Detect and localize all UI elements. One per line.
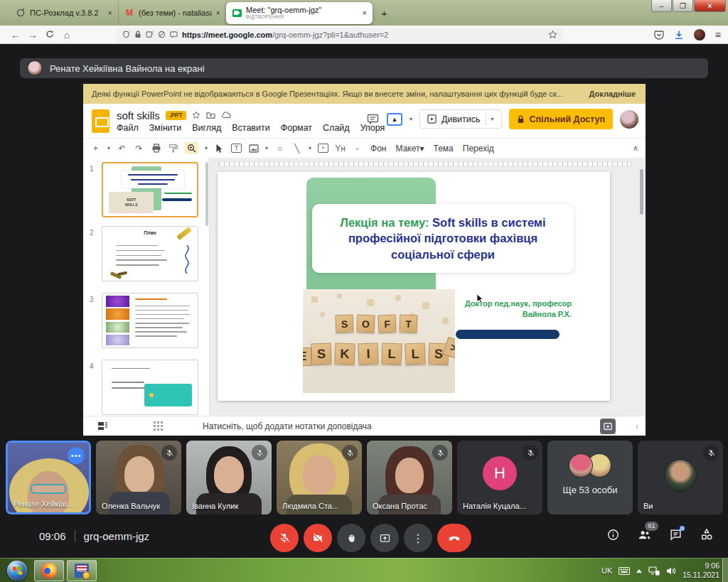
line-caret[interactable]: ▾ bbox=[309, 145, 311, 151]
slide-author-text[interactable]: Доктор пед.наук, професор Вайнола Р.Х. bbox=[452, 298, 572, 320]
camera-toggle-button[interactable] bbox=[304, 524, 332, 552]
slide-title-box[interactable]: Лекція на тему: Soft skills в системі пр… bbox=[312, 204, 574, 273]
slide-thumbnail-2[interactable]: План bbox=[102, 226, 198, 281]
container-icon[interactable]: 2 bbox=[146, 31, 154, 38]
shape-icon[interactable]: ○ bbox=[274, 142, 285, 154]
slides-logo-icon[interactable] bbox=[92, 109, 109, 133]
download-icon[interactable] bbox=[674, 30, 684, 40]
new-slide-caret[interactable]: ▾ bbox=[107, 145, 110, 151]
participant-tile[interactable]: Оленка Вальчук bbox=[96, 441, 181, 514]
layout-button[interactable]: Макет▾ bbox=[395, 144, 426, 153]
network-icon[interactable] bbox=[648, 566, 660, 576]
taskbar-firefox-button[interactable] bbox=[34, 560, 64, 581]
meeting-details-button[interactable] bbox=[606, 528, 620, 541]
participant-tile[interactable]: ••• Ренате Хейкіїв... bbox=[6, 441, 91, 514]
document-title[interactable]: soft skills bbox=[117, 109, 160, 122]
participants-button[interactable]: 61 bbox=[637, 528, 652, 541]
account-avatar[interactable] bbox=[620, 110, 638, 129]
grid-view-icon[interactable] bbox=[154, 421, 163, 431]
new-slide-icon[interactable]: + bbox=[90, 142, 101, 154]
activities-button[interactable] bbox=[700, 527, 714, 541]
close-button[interactable]: × bbox=[694, 0, 726, 12]
mic-toggle-button[interactable] bbox=[270, 524, 299, 552]
participant-tile[interactable]: Оксана Протас bbox=[367, 441, 452, 514]
minimize-button[interactable]: – bbox=[651, 0, 672, 12]
star-document-icon[interactable] bbox=[192, 111, 200, 119]
tab-close-icon[interactable]: × bbox=[108, 9, 112, 17]
shield-icon[interactable] bbox=[122, 31, 130, 38]
start-button[interactable] bbox=[7, 561, 27, 581]
tab-close-icon[interactable]: × bbox=[363, 9, 367, 17]
participant-tile[interactable]: Іванна Кулик bbox=[186, 441, 272, 514]
toolbar-minus-icon[interactable]: - bbox=[352, 142, 363, 154]
menu-view[interactable]: Вигляд bbox=[192, 123, 221, 133]
tracking-protection-icon[interactable] bbox=[158, 31, 166, 38]
collapse-notes-icon[interactable]: ‹ bbox=[636, 421, 638, 431]
thumbnail-scrollbar[interactable] bbox=[205, 162, 208, 226]
forward-icon[interactable]: → bbox=[24, 29, 41, 41]
slide-thumbnail-3[interactable] bbox=[102, 293, 198, 348]
undo-icon[interactable]: ↶ bbox=[117, 142, 127, 154]
participant-tile[interactable]: Людмила Ста... bbox=[277, 441, 362, 514]
tile-more-options-button[interactable]: ••• bbox=[68, 447, 85, 464]
menu-slide[interactable]: Слайд bbox=[323, 123, 350, 133]
print-icon[interactable] bbox=[151, 142, 161, 154]
transition-button[interactable]: Перехід bbox=[461, 144, 496, 153]
pocket-icon[interactable] bbox=[654, 30, 664, 40]
chat-button[interactable] bbox=[669, 528, 682, 541]
image-caret[interactable]: ▾ bbox=[265, 145, 268, 151]
slide-navy-bar[interactable] bbox=[456, 330, 560, 339]
insert-placeholder-icon[interactable]: + bbox=[318, 144, 328, 153]
browser-profile-avatar[interactable] bbox=[694, 29, 705, 41]
filmstrip-view-icon[interactable] bbox=[97, 421, 108, 431]
menu-insert[interactable]: Вставити bbox=[232, 123, 269, 133]
more-options-button[interactable]: ⋮ bbox=[404, 524, 432, 552]
line-icon[interactable]: ╲ bbox=[291, 142, 302, 154]
taskbar-app-button[interactable] bbox=[67, 560, 97, 581]
hamburger-menu-icon[interactable]: ≡ bbox=[715, 29, 721, 41]
watch-button[interactable]: Дивитись ▾ bbox=[419, 109, 502, 129]
cloud-status-icon[interactable] bbox=[221, 112, 231, 119]
reload-icon[interactable] bbox=[41, 29, 58, 41]
collapse-toolbar-icon[interactable]: ∧ bbox=[633, 144, 638, 153]
present-notes-button[interactable] bbox=[600, 419, 616, 434]
soft-skills-photo[interactable]: SOFT SKILLS E > bbox=[303, 289, 455, 393]
language-indicator[interactable]: UK bbox=[601, 566, 612, 575]
insert-image-icon[interactable] bbox=[248, 142, 259, 154]
move-folder-icon[interactable] bbox=[206, 112, 215, 119]
raise-hand-button[interactable] bbox=[337, 524, 365, 552]
bookmark-star-icon[interactable] bbox=[548, 30, 557, 39]
menu-edit[interactable]: Змінити bbox=[149, 123, 182, 133]
select-cursor-icon[interactable] bbox=[214, 142, 225, 154]
watch-caret[interactable]: ▾ bbox=[491, 116, 494, 122]
url-bar[interactable]: 2 https://meet.google.com/grq-oemm-jgz?p… bbox=[117, 28, 563, 42]
clock[interactable]: 9:06 15.11.2021 bbox=[682, 561, 719, 580]
current-slide[interactable]: Лекція на тему: Soft skills в системі пр… bbox=[218, 172, 610, 401]
end-call-button[interactable] bbox=[437, 524, 471, 552]
new-tab-button[interactable]: + bbox=[381, 7, 387, 19]
slide-thumbnail-1[interactable]: SOFTSKILLS bbox=[102, 162, 198, 217]
volume-icon[interactable] bbox=[666, 566, 676, 576]
text-box-icon[interactable]: T bbox=[231, 144, 242, 153]
notes-placeholder[interactable]: Натисніть, щоб додати нотатки доповідача bbox=[203, 421, 372, 431]
share-access-button[interactable]: Спільний Доступ bbox=[509, 109, 613, 129]
comment-history-icon[interactable] bbox=[367, 114, 380, 125]
learn-more-link[interactable]: Докладніше bbox=[589, 90, 637, 98]
word-art-icon[interactable]: Yн bbox=[335, 142, 346, 154]
menu-format[interactable]: Формат bbox=[281, 123, 312, 133]
show-desktop-button[interactable] bbox=[722, 559, 728, 582]
canvas-scrollbar[interactable] bbox=[640, 169, 643, 215]
tab-gmail[interactable]: M (без теми) - nataliasabat12@g × bbox=[118, 2, 226, 23]
back-icon[interactable]: ← bbox=[7, 29, 24, 41]
present-screen-button[interactable] bbox=[370, 524, 399, 552]
background-button[interactable]: Фон bbox=[369, 144, 387, 153]
permissions-icon[interactable] bbox=[170, 31, 178, 38]
overflow-participants-tile[interactable]: Ще 53 особи bbox=[547, 441, 633, 514]
hidden-icons-arrow[interactable] bbox=[636, 569, 642, 573]
theme-button[interactable]: Тема bbox=[432, 144, 454, 153]
self-tile[interactable]: Ви bbox=[638, 441, 723, 514]
zoom-icon[interactable] bbox=[185, 142, 198, 154]
home-icon[interactable]: ⌂ bbox=[58, 29, 75, 41]
slide-canvas[interactable]: Лекція на тему: Soft skills в системі пр… bbox=[210, 158, 646, 416]
keyboard-icon[interactable] bbox=[619, 567, 630, 575]
